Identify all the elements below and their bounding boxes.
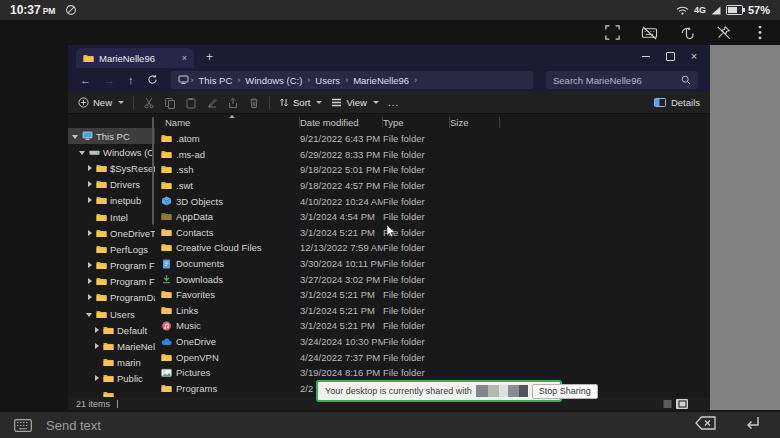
sidebar-item[interactable]: PerfLogs [68,241,155,257]
sidebar-item[interactable]: Public [68,371,155,387]
file-row[interactable]: Documents3/30/2024 10:11 PMFile folder [155,256,710,272]
file-row[interactable]: Creative Cloud Files12/13/2022 7:59 AMFi… [155,240,710,256]
breadcrumb-users[interactable]: Users [312,75,343,86]
icons-view-toggle[interactable] [676,399,688,409]
up-icon[interactable]: ↑ [128,75,134,86]
pin-off-icon[interactable] [713,23,733,43]
delete-icon[interactable] [248,97,260,109]
send-text-input[interactable]: Send text [46,418,101,433]
sidebar-item[interactable]: inetpub [68,193,155,209]
column-size[interactable]: Size [450,117,500,128]
chevron-down-icon[interactable] [72,133,79,140]
chevron-right-icon[interactable] [93,343,100,350]
chevron-right-icon[interactable] [86,181,93,188]
column-type[interactable]: Type [383,117,450,128]
file-row[interactable]: .ssh9/18/2022 5:01 PMFile folder [155,162,710,178]
sidebar-item[interactable]: Default [68,322,155,338]
back-icon[interactable]: ← [80,75,91,86]
rename-icon[interactable] [206,97,218,109]
file-row[interactable]: OneDrive3/24/2024 10:30 PMFile folder [155,334,710,350]
keyboard-icon[interactable] [14,419,32,432]
chevron-right-icon[interactable] [86,230,93,237]
file-row[interactable]: Favorites3/1/2024 5:21 PMFile folder [155,287,710,303]
column-name[interactable]: Name [155,117,300,128]
breadcrumb-this-pc[interactable]: This PC [196,75,236,86]
sidebar-item[interactable]: ProgramData [68,290,155,306]
file-row[interactable]: .swt9/18/2022 4:57 PMFile folder [155,178,710,194]
chevron-right-icon[interactable] [86,294,93,301]
explorer-tab[interactable]: MarieNelle96 × [76,48,194,68]
column-divider[interactable] [449,117,450,128]
breadcrumb-current[interactable]: MarieNelle96 [350,75,412,86]
file-row[interactable]: OpenVPN4/24/2022 7:37 PMFile folder [155,349,710,365]
chevron-right-icon[interactable] [86,278,93,285]
copy-icon[interactable] [164,97,176,109]
new-button[interactable]: New [78,97,124,108]
chevron-right-icon[interactable] [86,197,93,204]
chevron-down-icon[interactable] [86,311,93,318]
fullscreen-icon[interactable] [602,23,622,43]
backspace-icon[interactable] [695,416,716,434]
sidebar-item[interactable]: Drivers [68,177,155,193]
view-button[interactable]: View [331,97,378,108]
sidebar-item[interactable]: Intel [68,209,155,225]
file-row[interactable]: Links3/1/2024 5:21 PMFile folder [155,303,710,319]
chevron-right-icon[interactable] [86,165,93,172]
enter-icon[interactable] [744,416,760,435]
sidebar-item[interactable]: OneDriveTemp [68,225,155,241]
sidebar-item[interactable]: MarieNelle96 [68,338,155,354]
column-divider[interactable] [499,117,500,128]
sidebar-item[interactable]: Users [68,306,155,322]
search-input[interactable]: Search MarieNelle96 [546,71,698,89]
stop-sharing-button[interactable]: Stop Sharing [532,384,598,399]
file-row[interactable]: .ms-ad6/29/2022 8:33 PMFile folder [155,147,710,163]
folder-icon [103,358,114,367]
paste-icon[interactable] [185,97,197,109]
column-divider[interactable] [299,117,300,128]
share-icon[interactable] [227,97,239,109]
more-options-button[interactable]: ... [388,97,399,108]
minimize-button[interactable] [634,45,658,68]
sidebar-item-label: Drivers [110,179,155,190]
sidebar-item[interactable]: This PC [68,128,155,144]
sidebar-item[interactable]: $SysReset [68,160,155,176]
sidebar-scrollbar[interactable] [152,117,154,225]
file-row[interactable]: AppData3/1/2024 4:54 PMFile folder [155,209,710,225]
cut-icon[interactable] [143,97,155,109]
chevron-down-icon[interactable] [79,149,86,156]
forward-icon[interactable]: → [104,75,115,86]
breadcrumb[interactable]: › This PC › Windows (C:) › Users › Marie… [171,71,534,89]
refresh-icon[interactable] [147,74,158,87]
tab-close-icon[interactable]: × [182,54,187,63]
new-tab-button[interactable]: + [206,51,213,63]
sidebar-item[interactable]: Program Files [68,274,155,290]
file-row[interactable]: 3D Objects4/10/2022 10:24 AMFile folder [155,193,710,209]
column-divider[interactable] [382,117,383,128]
sidebar-item[interactable]: Program Files [68,258,155,274]
file-row[interactable]: Downloads3/27/2024 3:02 PMFile folder [155,271,710,287]
details-view-toggle[interactable] [661,399,673,409]
keyboard-hide-icon[interactable] [639,23,659,43]
file-name: OneDrive [173,336,300,347]
android-input-bar: Send text [0,412,780,438]
sort-button[interactable]: Sort [279,97,322,108]
sidebar-item[interactable] [68,387,155,397]
chevron-right-icon[interactable] [93,327,100,334]
file-row[interactable]: Music3/1/2024 5:21 PMFile folder [155,318,710,334]
file-row[interactable]: Contacts3/1/2024 5:21 PMFile folder [155,225,710,241]
chevron-right-icon[interactable] [86,262,93,269]
sidebar-item[interactable]: marin [68,355,155,371]
sidebar-item-label: Program Files [110,260,155,271]
breadcrumb-windows-c[interactable]: Windows (C:) [242,75,305,86]
file-row[interactable]: Pictures3/19/2024 8:16 PMFile folder [155,365,710,381]
file-row[interactable]: .atom9/21/2022 6:43 PMFile folder [155,131,710,147]
sidebar-item[interactable]: Windows (C:) [68,144,155,160]
sidebar-item-label: Program Files [110,276,155,287]
overflow-menu-icon[interactable] [750,23,770,43]
close-button[interactable]: × [682,45,706,68]
touch-mode-icon[interactable] [676,23,696,43]
chevron-right-icon[interactable] [93,375,100,382]
column-date-modified[interactable]: Date modified [300,117,383,128]
details-pane-button[interactable]: Details [654,97,700,108]
restore-button[interactable] [658,45,682,68]
